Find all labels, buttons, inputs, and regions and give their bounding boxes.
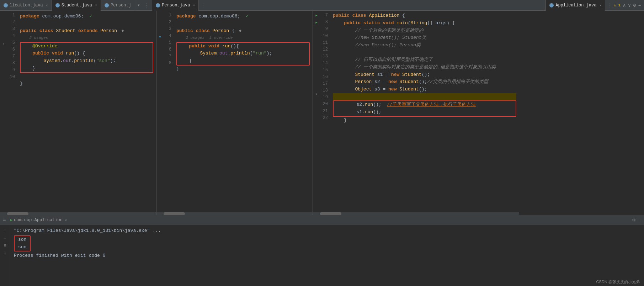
app-line-numbers: 7 8 9 10 11 12 13 14 15 16 17 18 19 20 2… <box>320 11 330 212</box>
tab-label: lication.java <box>10 3 43 8</box>
settings-icon[interactable]: ⚙ <box>633 2 636 8</box>
acode-8: public static void main(String[] args) { <box>333 20 516 27</box>
tab-label: Person.java <box>162 3 190 8</box>
app-scrollbar-thumb[interactable] <box>320 212 341 215</box>
tab-close[interactable]: ✕ <box>599 3 601 7</box>
download-icon[interactable]: ⬇ <box>1 250 9 257</box>
code-line-4-usage: 2 usages <box>20 35 153 42</box>
pg-4: ● <box>157 33 163 41</box>
code-line-1: package com.oop.demo06; ✓ <box>20 12 153 20</box>
person-scrollbar[interactable] <box>156 212 313 215</box>
student-scrollbar[interactable] <box>0 212 156 215</box>
tab-close[interactable]: ✕ <box>95 3 97 7</box>
pln-7: 7 <box>166 53 171 60</box>
right-tabs: Application.java ✕ ⋮ ⚠ 1 ∧ ∨ ⚙ – <box>545 0 644 11</box>
minimize-bottom-icon[interactable]: – <box>638 217 641 223</box>
app-code[interactable]: public class Application { public static… <box>330 11 519 212</box>
console-icon: ≡ <box>3 217 6 223</box>
pln-2: 2 <box>166 19 171 26</box>
ag-8[interactable]: ▶ <box>314 19 319 26</box>
tab-dropdown[interactable]: ▾ <box>135 2 142 8</box>
pcode-1: package com.oop.demo06; ✓ <box>176 12 310 20</box>
student-scrollbar-thumb[interactable] <box>7 212 28 215</box>
pln-8: 8 <box>166 60 171 67</box>
app-scrollbar[interactable] <box>313 212 519 215</box>
code-line-10 <box>20 88 153 95</box>
pln-1: 1 <box>166 12 171 19</box>
student-code[interactable]: package com.oop.demo06; ✓ public class S… <box>17 11 156 212</box>
chevron-down-icon[interactable]: ∨ <box>628 2 631 8</box>
file-icon <box>156 3 160 7</box>
ln-6: 6 <box>9 46 15 53</box>
code-line-7: } <box>21 65 152 72</box>
tab-close[interactable]: ✕ <box>46 3 48 7</box>
console-tab-close[interactable]: ✕ <box>65 218 67 222</box>
center-tab-menu[interactable]: ⋮ <box>199 2 207 9</box>
aln-21: 21 <box>322 108 328 115</box>
highlight-block-app: s2.run(); //子类重写了父类的方法，执行子类的方法 s1.run(); <box>333 100 516 117</box>
gutter-8 <box>1 62 6 69</box>
person-usages: 2 usages <box>186 36 204 40</box>
bottom-controls: ⚙ – <box>632 217 641 223</box>
tab-application[interactable]: Application.java ✕ <box>545 0 605 11</box>
person-gutter: ● <box>156 11 164 212</box>
pcode-3: public class Person { ● <box>176 27 310 35</box>
pg-5 <box>157 41 163 48</box>
tab-menu[interactable]: ⋮ <box>142 2 151 9</box>
settings-bottom-icon[interactable]: ⚙ <box>632 217 635 223</box>
code-line-9: } <box>20 80 153 88</box>
console-command: "C:\Program Files\Java\jdk1.8.0_131\bin\… <box>14 227 640 235</box>
acode-14: // 一个类的实际对象它的类型是确定的,但是指向这个对象的引用类 <box>333 64 516 71</box>
highlight-block-person: public void run(){ System.out.println("r… <box>176 42 310 66</box>
minimize-icon[interactable]: – <box>638 2 641 8</box>
console-command-text: "C:\Program Files\Java\jdk1.8.0_131\bin\… <box>14 228 161 233</box>
person-code-content: ● 1 2 3 4 5 6 7 8 package com.oop.demo06… <box>156 11 313 212</box>
gutter-2 <box>1 19 6 26</box>
file-icon <box>105 3 109 7</box>
aln-12: 12 <box>322 46 328 53</box>
console-tab[interactable]: ▶ com.oop.Application ✕ <box>10 218 66 223</box>
pcode-8 <box>176 73 310 80</box>
person-code[interactable]: package com.oop.demo06; ✓ public class P… <box>174 11 313 212</box>
aln-10: 10 <box>322 33 328 40</box>
ag-7[interactable]: ▶ <box>314 12 319 19</box>
right-tab-menu[interactable]: ⋮ <box>605 2 613 9</box>
person-scrollbar-thumb[interactable] <box>164 212 185 215</box>
pcode-7: } <box>176 66 310 73</box>
scroll-up-btn[interactable]: ↑ <box>1 227 9 234</box>
aln-20: 20 <box>322 101 328 108</box>
pg-3 <box>157 26 163 33</box>
aln-7: 7 <box>322 12 328 19</box>
gutter-5: ↑ <box>1 41 6 48</box>
ln-5: 5 <box>9 40 15 46</box>
acode-9: // 一个对象的实际类型是确定的 <box>333 27 516 35</box>
student-gutter: ↑ <box>0 11 7 212</box>
scroll-down-btn[interactable]: ↓ <box>1 234 9 241</box>
tab-person-java[interactable]: Person.java ✕ <box>152 0 199 11</box>
pg-8 <box>157 62 163 69</box>
acode-7: public class Application { <box>333 12 516 20</box>
tab-close[interactable]: ✕ <box>193 3 195 7</box>
tab-application-java[interactable]: lication.java ✕ <box>0 0 52 11</box>
student-java-pane: ↑ 1 2 3 4 5 6 7 8 9 10 <box>0 11 156 215</box>
ln-7: 7 <box>9 53 15 60</box>
acode-21: } <box>333 117 516 124</box>
list-icon[interactable]: ≡ <box>1 242 9 249</box>
pln-6: 6 <box>166 46 171 53</box>
console-out-2: son <box>18 244 26 251</box>
aln-8: 8 <box>322 19 328 26</box>
ag-12 <box>314 48 319 55</box>
acode-22 <box>333 124 516 131</box>
aln-15: 15 <box>322 67 328 74</box>
tab-student-java[interactable]: Student.java ✕ <box>52 0 101 11</box>
ln-8: 8 <box>9 60 15 67</box>
bottom-left-buttons: ↑ ↓ ≡ ⬇ <box>0 225 10 286</box>
checkmark: ✓ <box>89 13 92 19</box>
tab-person-j[interactable]: Person.j <box>101 0 135 11</box>
gutter-10 <box>1 76 6 83</box>
chevron-up-icon[interactable]: ∧ <box>623 2 626 8</box>
app-gutter: ▶ ▶ ◇ <box>313 11 320 212</box>
console-out-1: son <box>18 236 26 244</box>
acode-19: s2.run(); //子类重写了父类的方法，执行子类的方法 <box>334 101 515 109</box>
student-code-content: ↑ 1 2 3 4 5 6 7 8 9 10 <box>0 11 156 212</box>
